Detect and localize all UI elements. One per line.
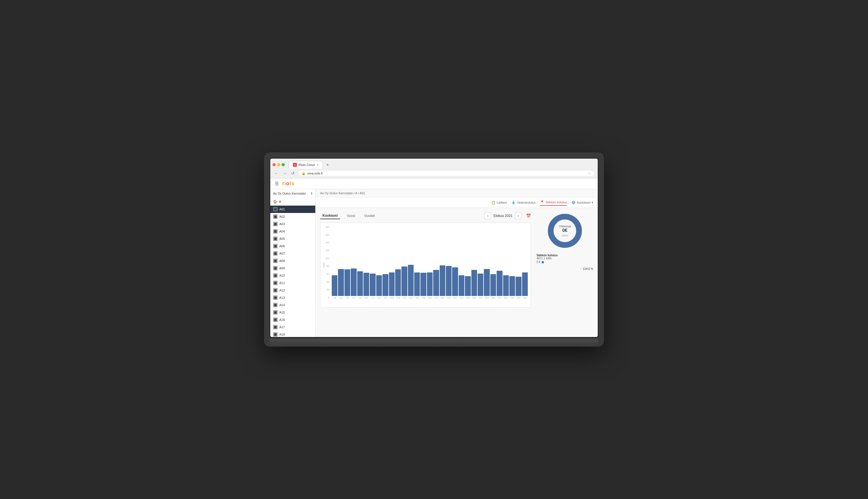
tab-vedenkulutus[interactable]: 💧 Vedenkulutus (511, 199, 535, 206)
sidebar-item-label: A14 (279, 303, 285, 307)
sidebar-item-a14[interactable]: ⬛ A14 (270, 301, 315, 309)
menu-button[interactable]: ☰ (275, 181, 279, 186)
bar[interactable] (351, 268, 357, 296)
bar[interactable] (471, 270, 477, 296)
bar-label: 17.8 (434, 297, 438, 299)
bar[interactable] (465, 276, 471, 296)
tab-sahkon-kulutus[interactable]: 📍 Sähkön kulutus (540, 199, 567, 206)
chart-tab-vuosi[interactable]: Vuosi (345, 213, 358, 219)
bar[interactable] (484, 269, 490, 296)
bar[interactable] (389, 272, 395, 296)
bar-group: 17.8 (433, 226, 439, 299)
bar[interactable] (376, 275, 382, 296)
bar[interactable] (516, 277, 521, 296)
sidebar-item-label: A03 (279, 222, 285, 226)
refresh-button[interactable]: ↺ (290, 170, 296, 176)
window-controls (273, 163, 285, 166)
vuosi-label: Vuosi (347, 214, 355, 218)
sidebar-item-label: A18 (279, 333, 285, 336)
bar[interactable] (497, 271, 502, 296)
sidebar-item-a17[interactable]: ⬛ A17 (270, 324, 315, 331)
bar-label: 10.8 (390, 297, 394, 299)
bar-group: 7.8 (370, 226, 375, 299)
chart-tab-vuodet[interactable]: Vuodet (362, 213, 377, 219)
vuodet-label: Vuodet (364, 214, 375, 218)
bar[interactable] (383, 274, 388, 296)
bar[interactable] (414, 272, 420, 296)
bar[interactable] (427, 272, 433, 296)
bar[interactable] (401, 267, 407, 296)
bar-label: 18.8 (441, 297, 445, 299)
close-window-button[interactable] (273, 163, 276, 166)
bar[interactable] (363, 273, 369, 296)
url-text: oma.riots.fi (308, 172, 323, 175)
sidebar-item-a13[interactable]: ⬛ A13 (270, 294, 315, 301)
breadcrumb-text: As Oy Oulun Kerrostalo / A / A01 (320, 192, 365, 195)
kuukausi-label: Kuukausi (322, 214, 338, 218)
sidebar-item-a12[interactable]: ⬛ A12 (270, 287, 315, 294)
prev-period-button[interactable]: ‹ (484, 212, 491, 219)
sidebar-item-a11[interactable]: ⬛ A11 (270, 279, 315, 287)
sidebar-item-a04[interactable]: ⬛ A04 (270, 228, 315, 235)
bar[interactable] (332, 275, 337, 296)
home-icon[interactable]: 🏠 (273, 200, 277, 204)
sidebar-item-a03[interactable]: ⬛ A03 (270, 220, 315, 228)
sidebar-item-a01[interactable]: ⬛ A01 (270, 206, 315, 213)
sidebar-item-label: A11 (279, 281, 285, 284)
chart-tab-kuukausi[interactable]: Kuukausi (320, 212, 340, 219)
bar[interactable] (446, 266, 451, 296)
bar-label: 2.8 (340, 297, 342, 299)
bar-label: 20.8 (453, 297, 457, 299)
browser-tab-riots[interactable]: R Riots Cloud ✕ (289, 161, 323, 169)
sidebar-item-label: A06 (279, 244, 285, 248)
sidebar-item-a16[interactable]: ⬛ A16 (270, 316, 315, 324)
sidebar-item-icon: ⬛ (273, 303, 278, 307)
bar[interactable] (370, 273, 375, 296)
tab-asetukset[interactable]: ⚙️ Asetukset ▾ (571, 199, 593, 206)
sidebar-item-a02[interactable]: ⬛ A02 (270, 213, 315, 220)
tab-close-button[interactable]: ✕ (316, 163, 319, 167)
bar[interactable] (395, 269, 401, 296)
bar[interactable] (452, 267, 458, 296)
url-field[interactable]: 🔒 oma.riots.fi ☆ (298, 170, 595, 177)
sidebar-item-icon: ⬛ (273, 317, 278, 322)
next-period-button[interactable]: › (515, 212, 521, 219)
info-icon[interactable]: ℹ (311, 192, 312, 195)
bar[interactable] (522, 272, 528, 296)
bar[interactable] (433, 270, 439, 296)
legend-euros: 0 € (537, 260, 541, 264)
bar[interactable] (503, 275, 509, 296)
y-axis-label: 120 (326, 249, 329, 252)
sidebar-item-label: A08 (279, 259, 285, 263)
bar[interactable] (490, 274, 496, 296)
back-button[interactable]: ← (273, 170, 279, 176)
forward-button[interactable]: → (281, 170, 288, 176)
new-tab-button[interactable]: + (324, 161, 331, 169)
bar[interactable] (459, 275, 464, 296)
chart-area: Kuukausi Vuosi Vuodet ‹ El (316, 208, 598, 337)
sidebar-item-a10[interactable]: ⬛ A10 (270, 272, 315, 279)
bar[interactable] (478, 273, 483, 296)
sidebar-item-a08[interactable]: ⬛ A08 (270, 257, 315, 265)
sidebar-item-a15[interactable]: ⬛ A15 (270, 309, 315, 316)
bar[interactable] (420, 273, 426, 296)
bar[interactable] (338, 269, 343, 296)
sidebar-item-a07[interactable]: ⬛ A07 (270, 250, 315, 257)
y-axis-label: 80 (327, 265, 329, 267)
minimize-window-button[interactable] (277, 163, 280, 166)
tab-laitteet[interactable]: 📋 Laitteet (491, 199, 507, 206)
calendar-icon[interactable]: 📅 (526, 214, 531, 218)
bar-group: 19.8 (446, 226, 451, 299)
bar[interactable] (509, 276, 515, 296)
y-axis-label: 0 (328, 296, 329, 299)
bar[interactable] (345, 269, 350, 296)
bar[interactable] (440, 265, 445, 296)
bar[interactable] (408, 265, 414, 296)
bar[interactable] (357, 271, 363, 296)
sidebar-item-a18[interactable]: ⬛ A18 (270, 331, 315, 337)
sidebar-item-a06[interactable]: ⬛ A06 (270, 242, 315, 250)
maximize-window-button[interactable] (281, 163, 285, 166)
bookmark-icon[interactable]: ☆ (588, 171, 591, 175)
sidebar-item-a09[interactable]: ⬛ A09 (270, 265, 315, 272)
sidebar-item-a05[interactable]: ⬛ A05 (270, 235, 315, 242)
